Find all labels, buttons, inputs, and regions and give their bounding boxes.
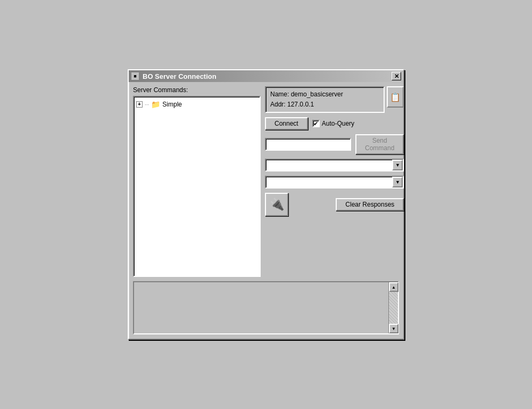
window-body: Server Commands: + ··· 📁 Simple Name: de… (129, 82, 403, 339)
dropdown-1-arrow[interactable]: ▼ (392, 160, 403, 170)
server-info-container: Name: demo_basicserver Addr: 127.0.0.1 📋 (265, 86, 404, 113)
info-icon-button[interactable]: 📋 (387, 86, 404, 108)
clear-responses-button[interactable]: Clear Responses (336, 198, 404, 211)
response-area: ▲ ▼ (133, 281, 399, 334)
connect-button[interactable]: Connect (265, 117, 308, 130)
dropdown-1[interactable]: ▼ (265, 159, 404, 171)
tree-view: + ··· 📁 Simple (133, 96, 261, 277)
auto-query-row: ✔ Auto-Query (312, 120, 354, 127)
right-panel: Name: demo_basicserver Addr: 127.0.0.1 📋… (265, 86, 404, 277)
bottom-row: 🔌 Clear Responses (265, 193, 404, 216)
auto-query-checkbox[interactable]: ✔ (312, 120, 320, 127)
scroll-down-arrow-icon: ▼ (392, 326, 396, 331)
title-bar: ■ BO Server Connection ✕ (129, 70, 403, 82)
left-panel: Server Commands: + ··· 📁 Simple (133, 86, 261, 277)
plugin-icon: 🔌 (270, 198, 284, 211)
response-content (134, 282, 388, 333)
plugin-icon-button[interactable]: 🔌 (265, 193, 288, 216)
scroll-up-button[interactable]: ▲ (389, 282, 398, 292)
dropdown-2-arrow[interactable]: ▼ (392, 177, 403, 187)
send-command-button[interactable]: Send Command (355, 134, 404, 154)
tree-item-label: Simple (162, 101, 182, 108)
folder-icon: 📁 (151, 100, 160, 109)
server-name: Name: demo_basicserver (270, 89, 379, 100)
tree-expand-icon[interactable]: + (136, 101, 143, 108)
server-addr: Addr: 127.0.0.1 (270, 100, 379, 110)
scroll-track (389, 292, 398, 324)
server-info-box: Name: demo_basicserver Addr: 127.0.0.1 (265, 86, 385, 113)
main-window: ■ BO Server Connection ✕ Server Commands… (128, 69, 404, 340)
server-commands-label: Server Commands: (133, 86, 261, 94)
list-item[interactable]: + ··· 📁 Simple (136, 99, 257, 110)
connect-row: Connect ✔ Auto-Query (265, 117, 404, 130)
main-content: Server Commands: + ··· 📁 Simple Name: de… (133, 86, 399, 277)
dropdown-2[interactable]: ▼ (265, 176, 404, 189)
scrollbar-vertical: ▲ ▼ (388, 282, 398, 333)
close-button[interactable]: ✕ (392, 72, 401, 80)
scroll-up-arrow-icon: ▲ (392, 285, 396, 290)
scroll-down-button[interactable]: ▼ (389, 324, 398, 333)
command-row: Send Command (265, 134, 404, 154)
command-input[interactable] (265, 138, 351, 151)
title-bar-left: ■ BO Server Connection (131, 72, 217, 80)
window-icon: ■ (131, 72, 139, 80)
tree-connector: ··· (145, 102, 149, 108)
window-title: BO Server Connection (143, 72, 217, 80)
info-icon: 📋 (390, 92, 401, 102)
auto-query-label: Auto-Query (322, 120, 354, 127)
